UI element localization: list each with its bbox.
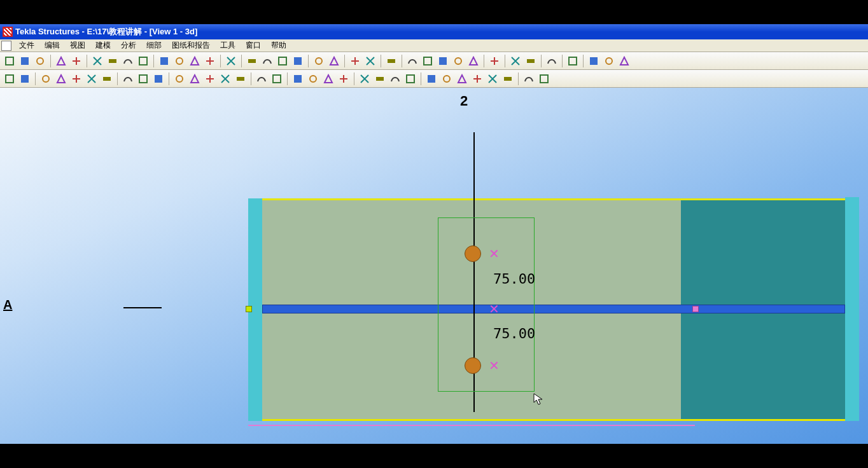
run-button[interactable] (587, 54, 601, 68)
svg-rect-32 (428, 75, 435, 83)
bolt-bottom[interactable] (465, 357, 481, 374)
sline-1-button[interactable] (424, 72, 438, 86)
menu-tools[interactable]: 工具 (215, 39, 241, 52)
endpoint-marker-right[interactable] (692, 306, 699, 312)
snap-2-button[interactable] (373, 72, 387, 86)
new-file-button[interactable] (3, 54, 17, 68)
toolbar-separator (505, 55, 505, 67)
box-1-button[interactable] (245, 54, 259, 68)
beam-4-button[interactable] (218, 72, 232, 86)
part-2-button[interactable] (18, 72, 32, 86)
multi-1-button[interactable] (508, 54, 522, 68)
svg-rect-17 (590, 57, 598, 65)
endpoint-marker-left[interactable] (246, 306, 252, 312)
misc-1-button[interactable] (602, 54, 616, 68)
undo-button[interactable] (54, 54, 68, 68)
tekla-red-button[interactable] (566, 54, 580, 68)
clip-yellow-button[interactable] (224, 54, 238, 68)
open-file-button[interactable] (18, 54, 32, 68)
grid-1-button[interactable] (405, 54, 419, 68)
profile-3-button[interactable] (69, 72, 83, 86)
weld-1-button[interactable] (121, 72, 135, 86)
grid-3-button[interactable] (436, 54, 450, 68)
book-button[interactable] (337, 72, 351, 86)
menu-analysis[interactable]: 分析 (116, 39, 141, 52)
cut-button[interactable] (203, 54, 217, 68)
toolbar-separator (169, 72, 169, 85)
redo-button[interactable] (69, 54, 83, 68)
bolt-top[interactable] (465, 245, 481, 262)
menu-view[interactable]: 视图 (65, 39, 90, 52)
3d-viewport[interactable]: 2 A 75.00 75.00 (0, 88, 868, 444)
bolt-1-button[interactable] (255, 72, 269, 86)
paste-button[interactable] (106, 54, 120, 68)
menu-drawings[interactable]: 图纸和报告 (167, 39, 215, 52)
save-file-button[interactable] (33, 54, 47, 68)
grid-4-button[interactable] (451, 54, 465, 68)
menu-help[interactable]: 帮助 (266, 39, 291, 52)
column-right[interactable] (845, 197, 859, 421)
grid-2-button[interactable] (421, 54, 435, 68)
sline-2-button[interactable] (440, 72, 454, 86)
find-button[interactable] (291, 72, 305, 86)
pt-1-button[interactable] (522, 72, 536, 86)
window-3-button[interactable] (188, 54, 202, 68)
menu-detail[interactable]: 细部 (141, 39, 167, 52)
multi-2-button[interactable] (524, 54, 538, 68)
profile-2-button[interactable] (54, 72, 68, 86)
toolbar-separator (287, 72, 288, 85)
link-2-button[interactable] (363, 54, 377, 68)
beam-3-button[interactable] (203, 72, 217, 86)
profile-1-button[interactable] (39, 72, 53, 86)
swap-button[interactable] (545, 54, 559, 68)
beam-blue[interactable] (262, 305, 845, 313)
weld-3-button[interactable] (151, 72, 165, 86)
toolbar-separator (518, 72, 519, 85)
selection-box[interactable] (438, 217, 535, 392)
sline-4-button[interactable] (470, 72, 484, 86)
box-4-button[interactable] (291, 54, 305, 68)
weld-2-button[interactable] (136, 72, 150, 86)
snap-4-button[interactable] (403, 72, 417, 86)
help-button[interactable] (384, 54, 398, 68)
toolbar-separator (402, 55, 402, 67)
menu-file[interactable]: 文件 (14, 39, 39, 52)
sline-3-button[interactable] (455, 72, 469, 86)
misc-2-button[interactable] (617, 54, 631, 68)
bolt-2-button[interactable] (270, 72, 284, 86)
sline-6-button[interactable] (501, 72, 515, 86)
window-title: Tekla Structures - E:\17\教程讲解 - [View 1 … (15, 26, 197, 38)
window-1-button[interactable] (157, 54, 171, 68)
snap-1-button[interactable] (358, 72, 372, 86)
print-button[interactable] (121, 54, 135, 68)
zoom-button[interactable] (487, 54, 501, 68)
svg-rect-20 (21, 75, 29, 83)
box-3-button[interactable] (276, 54, 290, 68)
menu-edit[interactable]: 编辑 (39, 39, 65, 52)
document-icon[interactable] (1, 41, 11, 51)
grid-label-A: A (3, 298, 12, 312)
pt-2-button[interactable] (537, 72, 551, 86)
menu-window[interactable]: 窗口 (241, 39, 266, 52)
grid-5-button[interactable] (466, 54, 480, 68)
box-2-button[interactable] (260, 54, 274, 68)
filter-2-button[interactable] (321, 72, 335, 86)
beam-5-button[interactable] (234, 72, 248, 86)
filter-1-button[interactable] (306, 72, 320, 86)
menu-model[interactable]: 建模 (90, 39, 116, 52)
part-1-button[interactable] (3, 72, 17, 86)
link-1-button[interactable] (348, 54, 362, 68)
profile-4-button[interactable] (85, 72, 99, 86)
beam-1-button[interactable] (172, 72, 186, 86)
copy-button[interactable] (90, 54, 104, 68)
profile-5-button[interactable] (100, 72, 114, 86)
snap-point-top (487, 247, 500, 260)
window-2-button[interactable] (172, 54, 186, 68)
snap-3-button[interactable] (388, 72, 402, 86)
probe-1-button[interactable] (312, 54, 326, 68)
properties-button[interactable] (136, 54, 150, 68)
beam-2-button[interactable] (188, 72, 202, 86)
sline-5-button[interactable] (486, 72, 500, 86)
probe-2-button[interactable] (327, 54, 341, 68)
svg-rect-4 (139, 57, 147, 65)
